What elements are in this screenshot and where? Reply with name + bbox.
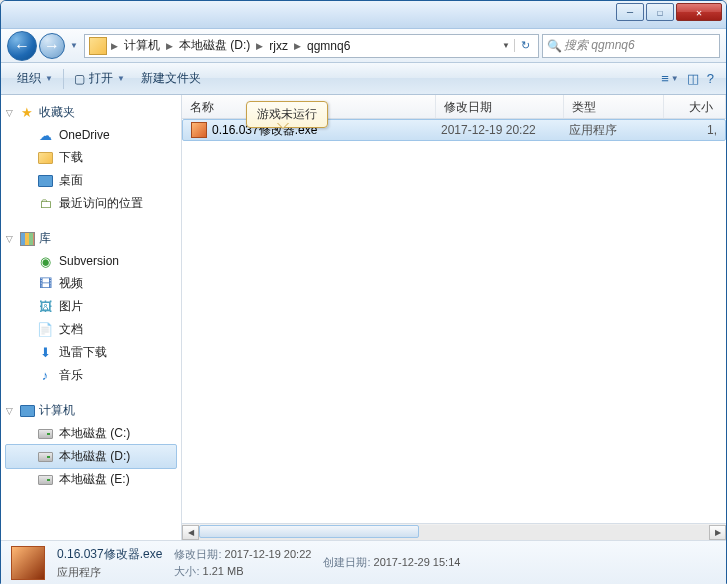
- drive-icon: [37, 449, 53, 465]
- sidebar-item-pictures[interactable]: 🖼 图片: [1, 295, 181, 318]
- maximize-button[interactable]: ☐: [646, 3, 674, 21]
- desktop-icon: [37, 173, 53, 189]
- sidebar-item-drive-d[interactable]: 本地磁盘 (D:): [5, 444, 177, 469]
- column-type[interactable]: 类型: [564, 95, 664, 118]
- search-placeholder: 搜索 qgmnq6: [564, 37, 635, 54]
- sidebar-item-subversion[interactable]: ◉ Subversion: [1, 250, 181, 272]
- titlebar: ─ ☐ ✕: [1, 1, 726, 29]
- sidebar-item-onedrive[interactable]: ☁ OneDrive: [1, 124, 181, 146]
- star-icon: ★: [19, 105, 35, 121]
- chevron-right-icon: ▶: [254, 41, 265, 51]
- pictures-icon: 🖼: [37, 299, 53, 315]
- svn-icon: ◉: [37, 253, 53, 269]
- separator: [63, 69, 64, 89]
- sidebar-item-recent[interactable]: 🗀 最近访问的位置: [1, 192, 181, 215]
- documents-icon: 📄: [37, 322, 53, 338]
- chevron-down-icon: ▼: [45, 74, 53, 83]
- drive-icon: [37, 472, 53, 488]
- sidebar-item-documents[interactable]: 📄 文档: [1, 318, 181, 341]
- sidebar-item-drive-c[interactable]: 本地磁盘 (C:): [1, 422, 181, 445]
- chevron-down-icon: ▼: [117, 74, 125, 83]
- arrow-right-icon: →: [44, 37, 60, 55]
- favorites-group[interactable]: ★ 收藏夹: [1, 101, 181, 124]
- sidebar-item-music[interactable]: ♪ 音乐: [1, 364, 181, 387]
- details-pane: 0.16.037修改器.exe 应用程序 修改日期: 2017-12-19 20…: [1, 540, 726, 584]
- drive-icon: [37, 426, 53, 442]
- chevron-right-icon: ▶: [164, 41, 175, 51]
- search-input[interactable]: 🔍 搜索 qgmnq6: [542, 34, 720, 58]
- file-list[interactable]: 0.16.037修改器.exe 2017-12-19 20:22 应用程序 1,: [182, 119, 726, 523]
- new-folder-button[interactable]: 新建文件夹: [133, 66, 209, 91]
- details-filename: 0.16.037修改器.exe: [57, 546, 162, 563]
- cloud-icon: ☁: [37, 127, 53, 143]
- file-date: 2017-12-19 20:22: [435, 123, 563, 137]
- music-icon: ♪: [37, 368, 53, 384]
- libraries-icon: [19, 231, 35, 247]
- computer-icon: [19, 403, 35, 419]
- navigation-tree[interactable]: ★ 收藏夹 ☁ OneDrive 下载 桌面 🗀 最近访问的位置: [1, 95, 182, 540]
- minimize-button[interactable]: ─: [616, 3, 644, 21]
- open-icon: ▢: [74, 72, 85, 86]
- column-date[interactable]: 修改日期: [436, 95, 564, 118]
- details-create-value: 2017-12-29 15:14: [374, 556, 461, 568]
- close-button[interactable]: ✕: [676, 3, 722, 21]
- breadcrumb-segment[interactable]: rjxz: [265, 39, 292, 53]
- breadcrumb-segment[interactable]: 本地磁盘 (D:): [175, 37, 254, 54]
- explorer-window: ─ ☐ ✕ ← → ▼ ▶ 计算机 ▶ 本地磁盘 (D:) ▶ rjxz ▶ q…: [0, 0, 727, 584]
- horizontal-scrollbar[interactable]: ◀ ▶: [182, 523, 726, 540]
- details-size-label: 大小:: [174, 565, 199, 577]
- breadcrumb-segment[interactable]: qgmnq6: [303, 39, 354, 53]
- computer-group[interactable]: 计算机: [1, 399, 181, 422]
- file-type: 应用程序: [563, 122, 663, 139]
- sidebar-item-desktop[interactable]: 桌面: [1, 169, 181, 192]
- xunlei-icon: ⬇: [37, 345, 53, 361]
- sidebar-item-xunlei[interactable]: ⬇ 迅雷下载: [1, 341, 181, 364]
- recent-icon: 🗀: [37, 196, 53, 212]
- tooltip: 游戏未运行: [246, 101, 328, 128]
- file-list-pane: 名称 修改日期 类型 大小 0.16.037修改器.exe 2017-12-19…: [182, 95, 726, 540]
- breadcrumb[interactable]: ▶ 计算机 ▶ 本地磁盘 (D:) ▶ rjxz ▶ qgmnq6 ▼ ↻: [84, 34, 539, 58]
- scroll-track[interactable]: [199, 525, 709, 540]
- help-button[interactable]: ?: [703, 67, 718, 90]
- breadcrumb-segment[interactable]: 计算机: [120, 37, 164, 54]
- file-size: 1,: [663, 123, 723, 137]
- chevron-down-icon: ▼: [671, 74, 679, 83]
- column-size[interactable]: 大小: [664, 95, 726, 118]
- video-icon: 🎞: [37, 276, 53, 292]
- details-mod-value: 2017-12-19 20:22: [225, 548, 312, 560]
- back-button[interactable]: ←: [7, 31, 37, 61]
- sidebar-item-drive-e[interactable]: 本地磁盘 (E:): [1, 468, 181, 491]
- navbar: ← → ▼ ▶ 计算机 ▶ 本地磁盘 (D:) ▶ rjxz ▶ qgmnq6 …: [1, 29, 726, 63]
- download-icon: [37, 150, 53, 166]
- exe-icon: [191, 122, 207, 138]
- breadcrumb-dropdown[interactable]: ▼: [498, 41, 514, 50]
- scroll-left-button[interactable]: ◀: [182, 525, 199, 540]
- main-area: ★ 收藏夹 ☁ OneDrive 下载 桌面 🗀 最近访问的位置: [1, 95, 726, 540]
- preview-pane-button[interactable]: ◫: [683, 67, 703, 90]
- sidebar-item-videos[interactable]: 🎞 视频: [1, 272, 181, 295]
- details-create-label: 创建日期:: [323, 556, 370, 568]
- organize-menu[interactable]: 组织 ▼: [9, 66, 61, 91]
- folder-icon: [89, 37, 107, 55]
- arrow-left-icon: ←: [14, 37, 30, 55]
- file-large-icon: [11, 546, 45, 580]
- toolbar: 组织 ▼ ▢ 打开 ▼ 新建文件夹 ≡ ▼ ◫ ?: [1, 63, 726, 95]
- search-icon: 🔍: [547, 39, 561, 53]
- chevron-right-icon: ▶: [109, 41, 120, 51]
- libraries-group[interactable]: 库: [1, 227, 181, 250]
- details-mod-label: 修改日期:: [174, 548, 221, 560]
- refresh-button[interactable]: ↻: [514, 39, 536, 52]
- details-filetype: 应用程序: [57, 565, 162, 580]
- chevron-right-icon: ▶: [292, 41, 303, 51]
- nav-buttons: ← → ▼: [7, 31, 81, 61]
- view-menu[interactable]: ≡ ▼: [657, 67, 683, 90]
- forward-button[interactable]: →: [39, 33, 65, 59]
- sidebar-item-downloads[interactable]: 下载: [1, 146, 181, 169]
- scroll-right-button[interactable]: ▶: [709, 525, 726, 540]
- open-button[interactable]: ▢ 打开 ▼: [66, 66, 133, 91]
- details-size-value: 1.21 MB: [203, 565, 244, 577]
- scroll-thumb[interactable]: [199, 525, 419, 538]
- nav-history-dropdown[interactable]: ▼: [67, 36, 81, 56]
